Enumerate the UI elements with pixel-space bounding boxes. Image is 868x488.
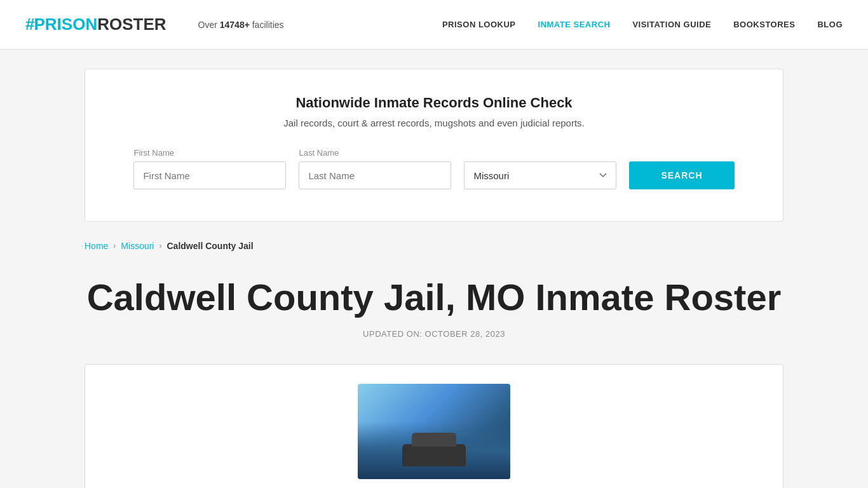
last-name-label: Last Name bbox=[299, 148, 339, 158]
first-name-input[interactable] bbox=[133, 161, 286, 189]
breadcrumb: Home › Missouri › Caldwell County Jail bbox=[85, 241, 783, 251]
state-select[interactable]: Missouri Alabama Alaska Arizona Arkansas… bbox=[464, 161, 616, 189]
first-name-label: First Name bbox=[133, 148, 174, 158]
nav-prison-lookup[interactable]: PRISON LOOKUP bbox=[442, 20, 516, 29]
last-name-input[interactable] bbox=[299, 161, 451, 189]
image-card bbox=[85, 364, 783, 488]
logo-roster: ROSTER bbox=[97, 15, 166, 34]
nav-inmate-search[interactable]: INMATE SEARCH bbox=[538, 20, 611, 29]
site-logo[interactable]: #PRISONROSTER bbox=[25, 15, 166, 34]
page-title-section: Caldwell County Jail, MO Inmate Roster U… bbox=[85, 264, 783, 345]
logo-hash: # bbox=[25, 15, 34, 34]
main-content: Nationwide Inmate Records Online Check J… bbox=[0, 50, 868, 488]
facility-image bbox=[358, 384, 510, 479]
state-label bbox=[464, 148, 466, 158]
nav-visitation-guide[interactable]: VISITATION GUIDE bbox=[632, 20, 711, 29]
search-card-subtitle: Jail records, court & arrest records, mu… bbox=[123, 118, 745, 128]
breadcrumb-sep-1: › bbox=[113, 241, 116, 250]
car-decoration bbox=[402, 444, 466, 466]
nav-bookstores[interactable]: BOOKSTORES bbox=[733, 20, 795, 29]
breadcrumb-sep-2: › bbox=[159, 241, 161, 250]
state-group: Missouri Alabama Alaska Arizona Arkansas… bbox=[464, 148, 616, 189]
facilities-count-text: Over 14748+ facilities bbox=[198, 20, 284, 30]
main-nav: PRISON LOOKUP INMATE SEARCH VISITATION G… bbox=[442, 20, 843, 29]
breadcrumb-home[interactable]: Home bbox=[85, 241, 108, 251]
search-card-title: Nationwide Inmate Records Online Check bbox=[123, 95, 745, 111]
logo-prison: PRISON bbox=[34, 15, 97, 34]
nav-blog[interactable]: BLOG bbox=[817, 20, 843, 29]
first-name-group: First Name bbox=[133, 148, 286, 189]
search-button[interactable]: SEARCH bbox=[629, 161, 734, 189]
search-form: First Name Last Name Missouri Alabama Al… bbox=[123, 147, 745, 189]
breadcrumb-current: Caldwell County Jail bbox=[166, 241, 253, 251]
last-name-group: Last Name bbox=[299, 148, 451, 189]
updated-date: UPDATED ON: OCTOBER 28, 2023 bbox=[85, 329, 783, 339]
page-title: Caldwell County Jail, MO Inmate Roster bbox=[85, 276, 783, 319]
site-header: #PRISONROSTER Over 14748+ facilities PRI… bbox=[0, 0, 868, 50]
breadcrumb-state[interactable]: Missouri bbox=[121, 241, 154, 251]
search-card: Nationwide Inmate Records Online Check J… bbox=[85, 69, 783, 222]
